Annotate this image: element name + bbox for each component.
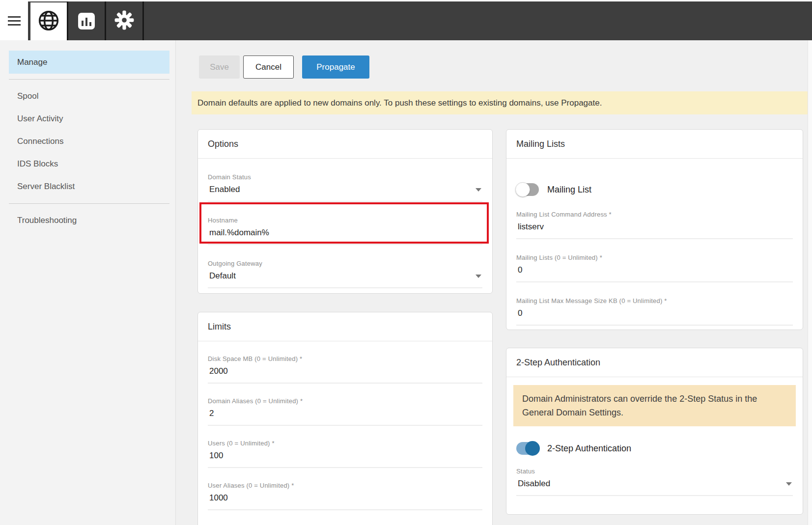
sidebar-item-connections[interactable]: Connections [9, 130, 169, 153]
field-value: 2000 [208, 366, 228, 376]
toggle-knob [525, 441, 540, 456]
toggle-knob [515, 182, 530, 197]
tab-domains[interactable] [30, 2, 67, 40]
hostname-input[interactable]: mail.%domain% [208, 228, 482, 244]
tab-reports[interactable] [68, 1, 105, 40]
mailing-lists-card-title: Mailing Lists [506, 130, 803, 159]
field-label: Hostname [208, 217, 482, 224]
domain-aliases-input[interactable]: 2 [208, 409, 482, 425]
field-label: User Aliases (0 = Unlimited) * [208, 482, 482, 489]
field-value: 1000 [208, 493, 228, 503]
field-label: Mailing List Command Address * [516, 211, 793, 218]
field-value: mail.%domain% [208, 228, 269, 238]
outgoing-gateway-select[interactable]: Default [208, 271, 482, 287]
options-card: Options Domain Status Enabled Hostname m… [197, 129, 493, 294]
top-bar [0, 0, 812, 40]
save-button[interactable]: Save [199, 55, 240, 79]
field-mailing-command-address: Mailing List Command Address * listserv [516, 196, 793, 239]
chevron-down-icon [786, 482, 792, 486]
propagate-button[interactable]: Propagate [302, 55, 369, 79]
tab-settings[interactable] [106, 1, 142, 40]
gear-icon [114, 10, 135, 32]
hamburger-icon [8, 24, 21, 26]
field-mailing-max-message-size: Mailing List Max Message Size KB (0 = Un… [516, 282, 793, 326]
field-user-aliases: User Aliases (0 = Unlimited) * 1000 [208, 468, 482, 510]
field-value: listserv [516, 222, 544, 232]
menu-button[interactable] [0, 1, 28, 40]
sidebar-divider [9, 203, 169, 204]
field-label: Disk Space MB (0 = Unlimited) * [208, 355, 482, 362]
chevron-down-icon [476, 188, 481, 192]
scrollbar-track[interactable] [808, 40, 812, 525]
field-value: Default [208, 271, 236, 281]
field-value: 2 [208, 409, 214, 418]
top-bar-dark-strip [28, 1, 812, 40]
field-domain-status: Domain Status Enabled [208, 159, 482, 202]
field-disk-space: Disk Space MB (0 = Unlimited) * 2000 [208, 341, 482, 384]
field-twostep-status: Status Disabled [516, 455, 793, 496]
hamburger-icon [8, 20, 21, 22]
field-value: 0 [516, 265, 522, 275]
field-value: 0 [516, 308, 522, 318]
sidebar-divider [9, 79, 169, 80]
mailing-lists-card: Mailing Lists Mailing List Mailing List … [506, 129, 803, 330]
toggle-label: 2-Step Authentication [547, 443, 631, 454]
mailing-lists-limit-input[interactable]: 0 [516, 265, 793, 281]
info-banner: Domain defaults are applied to new domai… [192, 91, 810, 114]
field-label: Outgoing Gateway [208, 260, 482, 267]
field-domain-aliases: Domain Aliases (0 = Unlimited) * 2 [208, 384, 482, 426]
limits-card: Limits Disk Space MB (0 = Unlimited) * 2… [197, 312, 493, 525]
mailing-command-address-input[interactable]: listserv [516, 222, 793, 238]
user-aliases-input[interactable]: 1000 [208, 493, 482, 509]
twostep-auth-card: 2-Step Authentication Domain Administrat… [506, 348, 803, 515]
globe-icon [38, 10, 59, 33]
sidebar-item-manage[interactable]: Manage [9, 51, 169, 74]
hamburger-icon [8, 16, 21, 18]
chevron-down-icon [476, 275, 481, 278]
field-mailing-lists-limit: Mailing Lists (0 = Unlimited) * 0 [516, 239, 793, 282]
twostep-notice: Domain Administrators can override the 2… [513, 385, 796, 426]
sidebar-item-troubleshooting[interactable]: Troubleshooting [9, 209, 169, 232]
sidebar-item-server-blacklist[interactable]: Server Blacklist [9, 175, 169, 198]
users-input[interactable]: 100 [208, 451, 482, 467]
field-label: Domain Aliases (0 = Unlimited) * [208, 397, 482, 405]
tab-separator [142, 1, 144, 40]
field-value: 100 [208, 451, 223, 461]
toggle-label: Mailing List [547, 185, 591, 195]
field-label: Domain Status [208, 173, 482, 181]
sidebar: Manage Spool User Activity Connections I… [0, 40, 176, 525]
options-card-title: Options [198, 130, 492, 159]
field-value: Disabled [516, 479, 550, 489]
twostep-toggle-row: 2-Step Authentication [516, 442, 793, 455]
mailing-list-toggle-row: Mailing List [516, 183, 793, 196]
disk-space-input[interactable]: 2000 [208, 366, 482, 383]
twostep-auth-card-title: 2-Step Authentication [506, 348, 803, 377]
field-hostname: Hostname mail.%domain% [208, 202, 482, 245]
sidebar-item-ids-blocks[interactable]: IDS Blocks [9, 153, 169, 175]
limits-card-title: Limits [198, 312, 492, 341]
twostep-auth-toggle[interactable] [516, 442, 539, 455]
info-banner-text: Domain defaults are applied to new domai… [197, 98, 602, 108]
field-users: Users (0 = Unlimited) * 100 [208, 426, 482, 468]
sidebar-item-spool[interactable]: Spool [9, 85, 169, 108]
mailing-max-message-size-input[interactable]: 0 [516, 308, 793, 325]
action-toolbar: Save Cancel Propagate [199, 55, 369, 79]
field-max-message-size: Max Message Size KB (0 = Unlimited) * [208, 510, 482, 525]
sidebar-item-user-activity[interactable]: User Activity [9, 108, 169, 130]
field-label: Status [516, 468, 793, 475]
field-label: Mailing List Max Message Size KB (0 = Un… [516, 297, 793, 304]
domain-status-select[interactable]: Enabled [208, 185, 482, 201]
field-label: Users (0 = Unlimited) * [208, 440, 482, 447]
cancel-button[interactable]: Cancel [243, 55, 294, 79]
field-outgoing-gateway: Outgoing Gateway Default [208, 245, 482, 288]
bar-chart-icon [78, 13, 95, 29]
field-value: Enabled [208, 185, 240, 194]
twostep-status-select[interactable]: Disabled [516, 479, 793, 495]
field-label: Mailing Lists (0 = Unlimited) * [516, 254, 793, 261]
mailing-list-toggle[interactable] [516, 183, 539, 196]
